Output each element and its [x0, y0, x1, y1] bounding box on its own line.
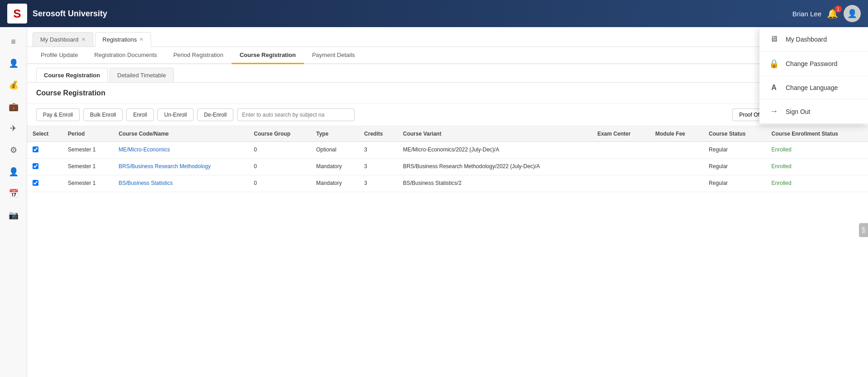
cell-period-1: Semester 1 — [62, 159, 113, 175]
sidebar-item-camera[interactable]: 📷 — [4, 205, 24, 225]
panel-title: Course Registration — [36, 89, 105, 97]
sidebar-item-travel[interactable]: ✈ — [4, 118, 24, 138]
tab-registrations-close[interactable]: ✕ — [139, 37, 143, 42]
sidebar-item-settings[interactable]: ⚙ — [4, 140, 24, 160]
cell-period-2: Semester 1 — [62, 175, 113, 192]
col-course-group: Course Group — [248, 126, 311, 142]
dropdown-sign-out-label: Sign Out — [786, 108, 810, 115]
cell-credits-0: 3 — [359, 142, 398, 159]
sidebar-item-user[interactable]: 👤 — [4, 162, 24, 182]
sidebar-item-finance[interactable]: 💰 — [4, 75, 24, 95]
app-body: ≡ 👤 💰 💼 ✈ ⚙ 👤 📅 📷 My Dash — [0, 27, 868, 377]
calendar-icon: 📅 — [9, 188, 19, 198]
col-select: Select — [27, 126, 62, 142]
panel-header: Course Registration Minimum Credit Requ — [27, 83, 868, 104]
dropdown-change-password[interactable]: 🔒 Change Password — [759, 52, 868, 76]
col-course-variant: Course Variant — [398, 126, 592, 142]
dropdown-sign-out[interactable]: → Sign Out — [759, 99, 868, 124]
tab-registrations[interactable]: Registrations ✕ — [95, 32, 152, 47]
main-panel: Course Registration Minimum Credit Requ … — [27, 83, 868, 377]
table-header-row: Select Period Course Code/Name Course Gr… — [27, 126, 868, 142]
cell-status-0: Regular — [703, 142, 766, 159]
tab-my-dashboard-close[interactable]: ✕ — [81, 37, 85, 42]
cell-fee-2 — [650, 175, 703, 192]
tab-registrations-label: Registrations — [103, 36, 137, 43]
finance-icon: 💰 — [9, 80, 19, 90]
enroll-button[interactable]: Enroll — [126, 108, 154, 121]
language-icon: A — [768, 84, 779, 92]
sidebar: ≡ 👤 💰 💼 ✈ ⚙ 👤 📅 📷 — [0, 27, 27, 377]
avatar[interactable]: 👤 — [844, 5, 861, 22]
cell-course-0[interactable]: ME/Micro-Economics — [113, 142, 248, 159]
cell-enrollment-1: Enrolled — [766, 159, 868, 175]
travel-icon: ✈ — [10, 123, 17, 133]
menu-icon: ≡ — [11, 37, 16, 47]
app-logo: S — [7, 4, 27, 24]
top-tab-bar: My Dashboard ✕ Registrations ✕ — [27, 27, 868, 47]
cell-variant-0: ME/Micro-Economics/2022 (July-Dec)/A — [398, 142, 592, 159]
sub-tab-period-registration[interactable]: Period Registration — [165, 47, 232, 64]
lock-icon: 🔒 — [768, 59, 779, 69]
de-enroll-button[interactable]: De-Enroll — [197, 108, 233, 121]
row-checkbox-2[interactable] — [33, 180, 38, 186]
col-enrollment-status: Course Enrollment Status — [766, 126, 868, 142]
cell-group-2: 0 — [248, 175, 311, 192]
right-tab-indicator[interactable]: ails — [859, 223, 868, 237]
tab-my-dashboard[interactable]: My Dashboard ✕ — [33, 32, 93, 47]
cell-select-1[interactable] — [27, 159, 62, 175]
cell-type-0: Optional — [311, 142, 359, 159]
sub-tab-registration-documents[interactable]: Registration Documents — [86, 47, 165, 64]
user-icon: 👤 — [9, 167, 19, 177]
row-checkbox-1[interactable] — [33, 163, 38, 169]
cell-course-2[interactable]: BS/Business Statistics — [113, 175, 248, 192]
col-type: Type — [311, 126, 359, 142]
sub-tab-course-registration[interactable]: Course Registration — [232, 47, 304, 64]
sidebar-item-calendar[interactable]: 📅 — [4, 184, 24, 203]
pay-enroll-button[interactable]: Pay & Enroll — [36, 108, 80, 121]
cell-type-1: Mandatory — [311, 159, 359, 175]
col-course-status: Course Status — [703, 126, 766, 142]
cell-group-1: 0 — [248, 159, 311, 175]
portfolio-icon: 💼 — [9, 102, 19, 112]
cell-course-1[interactable]: BRS/Business Research Methodology — [113, 159, 248, 175]
col-credits: Credits — [359, 126, 398, 142]
un-enroll-button[interactable]: Un-Enroll — [157, 108, 194, 121]
user-dropdown-menu: 🖥 My Dashboard 🔒 Change Password A Chang… — [759, 27, 868, 124]
header-right: Brian Lee 🔔 1 👤 — [792, 5, 861, 22]
camera-icon: 📷 — [9, 210, 19, 220]
table-row: Semester 1 BS/Business Statistics 0 Mand… — [27, 175, 868, 192]
sidebar-item-portfolio[interactable]: 💼 — [4, 97, 24, 117]
cell-exam-1 — [592, 159, 650, 175]
notification-bell[interactable]: 🔔 1 — [827, 8, 838, 19]
cell-select-2[interactable] — [27, 175, 62, 192]
settings-icon: ⚙ — [10, 145, 17, 155]
cell-variant-2: BS/Business Statistics/2 — [398, 175, 592, 192]
cell-type-2: Mandatory — [311, 175, 359, 192]
app-title: Serosoft University — [33, 9, 792, 19]
sub-tab-payment-details[interactable]: Payment Details — [304, 47, 363, 64]
dropdown-change-language-label: Change Language — [786, 84, 838, 91]
cell-status-1: Regular — [703, 159, 766, 175]
search-input[interactable] — [237, 108, 355, 121]
cell-enrollment-0: Enrolled — [766, 142, 868, 159]
sidebar-item-menu[interactable]: ≡ — [4, 32, 24, 52]
dropdown-change-language[interactable]: A Change Language — [759, 76, 868, 99]
cell-exam-2 — [592, 175, 650, 192]
cell-select-0[interactable] — [27, 142, 62, 159]
cell-group-0: 0 — [248, 142, 311, 159]
dropdown-change-password-label: Change Password — [786, 60, 837, 67]
row-checkbox-0[interactable] — [33, 146, 38, 152]
inner-tab-detailed-timetable[interactable]: Detailed Timetable — [109, 68, 174, 82]
course-table: Select Period Course Code/Name Course Gr… — [27, 126, 868, 192]
dropdown-my-dashboard[interactable]: 🖥 My Dashboard — [759, 27, 868, 52]
bulk-enroll-button[interactable]: Bulk Enroll — [83, 108, 123, 121]
col-period: Period — [62, 126, 113, 142]
sub-tab-profile-update[interactable]: Profile Update — [33, 47, 86, 64]
cell-credits-2: 3 — [359, 175, 398, 192]
notification-badge: 1 — [835, 5, 842, 13]
cell-enrollment-2: Enrolled — [766, 175, 868, 192]
cell-variant-1: BRS/Business Research Methodology/2022 (… — [398, 159, 592, 175]
sidebar-item-profile[interactable]: 👤 — [4, 53, 24, 73]
cell-period-0: Semester 1 — [62, 142, 113, 159]
inner-tab-course-registration[interactable]: Course Registration — [36, 68, 108, 82]
